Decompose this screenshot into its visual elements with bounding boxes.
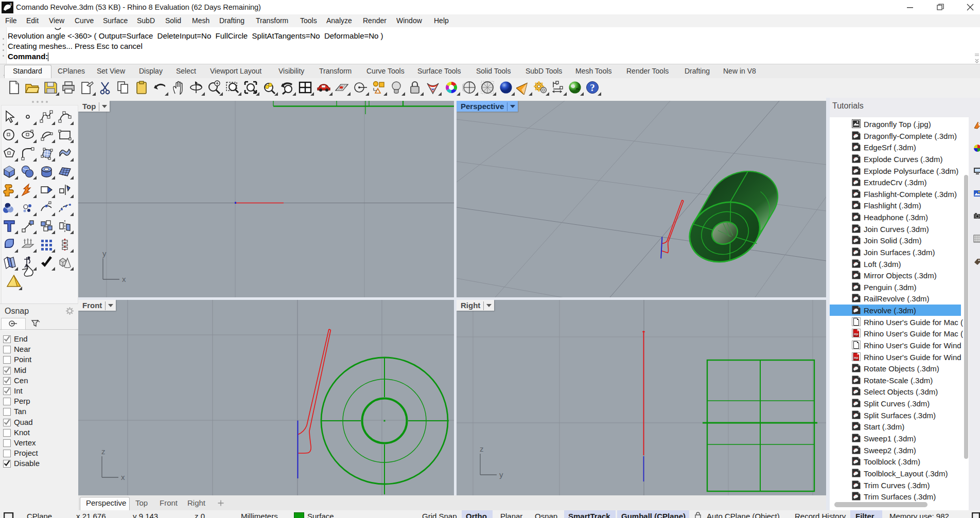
svg-text:z: z bbox=[480, 444, 484, 453]
svg-text:z: z bbox=[101, 447, 106, 456]
svg-text:?: ? bbox=[590, 82, 595, 93]
svg-text:y: y bbox=[499, 470, 503, 479]
svg-text:x: x bbox=[122, 275, 126, 283]
svg-text:8: 8 bbox=[10, 3, 12, 6]
svg-text:PDF: PDF bbox=[854, 333, 859, 336]
svg-text:x: x bbox=[121, 473, 125, 481]
svg-text:PDF: PDF bbox=[854, 357, 859, 360]
svg-text:y: y bbox=[102, 249, 107, 258]
